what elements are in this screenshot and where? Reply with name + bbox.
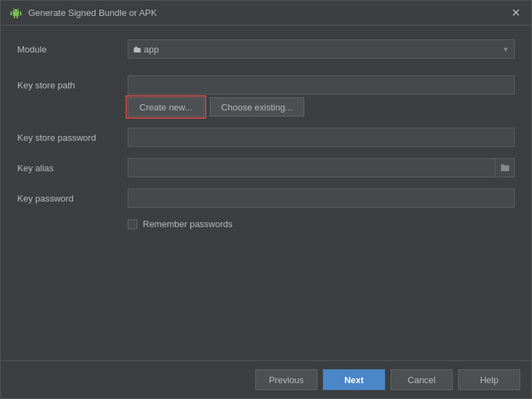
title-bar-left: Generate Signed Bundle or APK — [9, 6, 157, 20]
create-new-button[interactable]: Create new... — [128, 97, 204, 117]
keystore-path-row: Key store path — [17, 75, 515, 95]
key-password-input[interactable] — [128, 188, 515, 208]
module-label: Module — [17, 44, 128, 55]
generate-signed-dialog: Generate Signed Bundle or APK ✕ Module 🖿… — [0, 0, 532, 399]
key-alias-input[interactable] — [128, 158, 495, 177]
keystore-action-buttons: Create new... Choose existing... — [17, 97, 515, 117]
remember-row: Remember passwords — [17, 219, 515, 229]
cancel-button[interactable]: Cancel — [391, 369, 453, 390]
key-alias-label: Key alias — [17, 163, 128, 173]
android-icon — [9, 6, 23, 20]
choose-existing-button[interactable]: Choose existing... — [210, 97, 304, 117]
keystore-path-input[interactable] — [128, 75, 515, 95]
svg-line-2 — [13, 8, 14, 9]
keystore-password-row: Key store password — [17, 128, 515, 147]
dialog-title: Generate Signed Bundle or APK — [28, 8, 157, 18]
title-bar: Generate Signed Bundle or APK ✕ — [1, 1, 531, 26]
svg-point-1 — [17, 10, 18, 10]
remember-checkbox[interactable] — [128, 220, 137, 229]
svg-point-0 — [14, 10, 14, 10]
module-row: Module 🖿 app ▼ — [17, 39, 515, 59]
help-button[interactable]: Help — [458, 369, 520, 390]
keystore-password-input[interactable] — [128, 128, 515, 147]
previous-button[interactable]: Previous — [255, 369, 317, 390]
module-select[interactable]: 🖿 app — [128, 39, 515, 59]
dialog-footer: Previous Next Cancel Help — [1, 360, 531, 398]
keystore-path-label: Key store path — [17, 80, 128, 90]
remember-label[interactable]: Remember passwords — [143, 219, 233, 229]
dialog-content: Module 🖿 app ▼ Key store path Create new… — [1, 26, 531, 360]
key-password-label: Key password — [17, 193, 128, 204]
svg-line-3 — [18, 8, 19, 9]
folder-icon — [500, 164, 510, 172]
close-button[interactable]: ✕ — [509, 6, 523, 20]
module-select-wrapper: 🖿 app ▼ — [128, 39, 515, 59]
key-alias-folder-button[interactable] — [495, 158, 515, 177]
keystore-password-label: Key store password — [17, 133, 128, 143]
next-button[interactable]: Next — [323, 369, 385, 390]
key-alias-row: Key alias — [17, 158, 515, 177]
key-alias-wrapper — [128, 158, 515, 177]
key-password-row: Key password — [17, 188, 515, 208]
